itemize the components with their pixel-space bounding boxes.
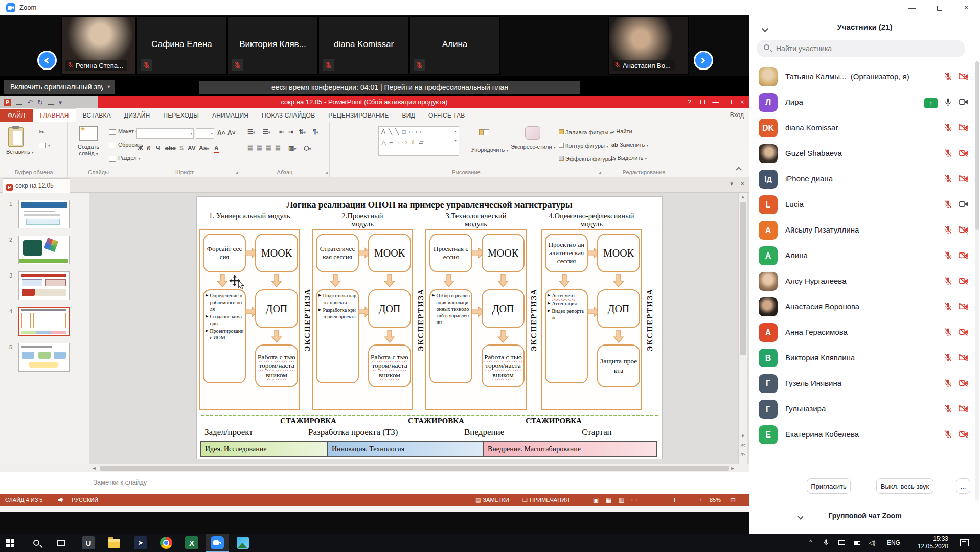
chrome-icon[interactable] <box>154 534 178 552</box>
participant-row[interactable]: DKdiana Komissar <box>749 116 980 141</box>
previous-slide-button[interactable]: ≪ <box>739 441 747 449</box>
taskbar-search-icon[interactable] <box>25 534 48 552</box>
mook-box[interactable]: МООК <box>597 234 640 272</box>
strikethrough-button[interactable]: abc <box>165 145 176 152</box>
muted-mic-icon[interactable] <box>944 123 952 134</box>
dop-box[interactable]: ДОП <box>482 289 525 328</box>
camera-off-icon[interactable] <box>959 225 968 236</box>
numbering-button[interactable]: ☰▾ <box>263 128 270 135</box>
muted-mic-icon[interactable] <box>944 302 952 313</box>
session-box[interactable]: Проектно-аналитическая сессия <box>545 234 588 272</box>
view-sorter-button[interactable]: ▦ <box>606 494 611 506</box>
line-spacing-button[interactable]: ⇅▾ <box>299 128 306 135</box>
group-chat-section[interactable]: Групповой чат Zoom <box>749 503 980 525</box>
participant-row[interactable]: ГГульназира <box>749 397 980 422</box>
muted-mic-icon[interactable] <box>944 430 952 441</box>
increase-indent-button[interactable]: ⇥ <box>288 128 293 135</box>
camera-off-icon[interactable] <box>959 251 968 262</box>
photos-app-icon[interactable] <box>231 534 255 552</box>
font-color-button[interactable]: А <box>214 145 219 153</box>
ppt-minimize-button[interactable]: — <box>709 96 722 108</box>
decrease-indent-button[interactable]: ⇤ <box>279 128 284 135</box>
view-slideshow-button[interactable]: ▭ <box>631 494 637 506</box>
tab-главная[interactable]: ГЛАВНАЯ <box>33 108 76 122</box>
collapse-ribbon-button[interactable] <box>736 167 741 172</box>
camera-off-icon[interactable] <box>959 379 968 389</box>
bullet-list-box[interactable]: ▶Ассесмент▶Аттестация▶Видео репортаж <box>545 289 588 383</box>
ppt-close-button[interactable]: × <box>736 96 749 108</box>
bottom-box[interactable]: Работа с тьютором/наставником <box>368 344 411 387</box>
bullet-list-box[interactable]: ▶Отбор и реализация инновационных технол… <box>429 289 472 383</box>
scroll-down-button[interactable]: ▼ <box>739 432 747 440</box>
doc-tab-list-button[interactable]: ▾ <box>730 180 733 187</box>
font-name-combo[interactable]: ▾ <box>136 128 194 139</box>
muted-mic-icon[interactable] <box>944 225 952 236</box>
document-tab[interactable]: Pсокр на 12.05 <box>3 178 70 193</box>
find-button[interactable]: ⌕ Найти <box>611 128 632 135</box>
language-indicator[interactable]: РУССКИЙ <box>72 494 98 506</box>
video-tile[interactable]: Анастасия Во... <box>608 16 689 75</box>
muted-mic-icon[interactable] <box>944 328 952 338</box>
view-normal-button[interactable]: ▣ <box>593 494 599 506</box>
help-button[interactable]: ? <box>682 96 696 108</box>
clock[interactable]: 15:3312.05.2020 <box>918 534 948 552</box>
sign-in-link[interactable]: Вход <box>730 108 744 122</box>
zoom-in-button[interactable]: + <box>699 494 702 506</box>
meeting-time-banner[interactable]: ееся время конференции: 04:01 | Перейти … <box>199 81 580 94</box>
strip-next-button[interactable] <box>694 51 713 70</box>
comments-toggle[interactable]: ❏ПРИМЕЧАНИЯ <box>522 494 569 506</box>
vscroll-thumb[interactable] <box>740 202 746 355</box>
shrink-font-button[interactable]: A˅ <box>227 129 236 136</box>
slide-canvas[interactable]: Логика реализации ОПОП на примере управл… <box>197 197 662 459</box>
camera-icon[interactable] <box>959 98 968 108</box>
muted-mic-icon[interactable] <box>944 251 952 262</box>
camera-off-icon[interactable] <box>959 302 968 313</box>
camera-off-icon[interactable] <box>959 149 968 159</box>
muted-mic-icon[interactable] <box>944 149 952 159</box>
excel-icon[interactable]: X <box>180 534 203 552</box>
window-close-button[interactable]: × <box>954 0 978 15</box>
change-case-button[interactable]: Аа▾ <box>199 145 209 152</box>
more-button[interactable]: ... <box>956 478 970 494</box>
action-center-icon[interactable] <box>960 534 969 552</box>
muted-mic-icon[interactable] <box>944 200 952 211</box>
horizontal-scrollbar[interactable]: ◄ ► <box>0 464 749 472</box>
select-button[interactable]: ▷ Выделить ▾ <box>611 155 647 162</box>
tray-display-icon[interactable] <box>835 534 848 552</box>
u-app-icon[interactable]: U <box>77 534 100 552</box>
muted-mic-icon[interactable] <box>944 277 952 287</box>
scroll-right-button[interactable]: ► <box>728 465 737 472</box>
slide-thumbnail[interactable] <box>18 200 70 228</box>
slide-thumbnail[interactable] <box>18 271 70 300</box>
session-box[interactable]: Стратегическая сессия <box>316 234 359 272</box>
tab-дизайн[interactable]: ДИЗАЙН <box>118 109 157 123</box>
bullet-list-box[interactable]: ▶Подготовка карты проекта▶Разработка кри… <box>316 289 359 383</box>
italic-button[interactable]: К <box>147 145 150 152</box>
bold-button[interactable]: Ж <box>138 145 143 152</box>
mic-icon[interactable] <box>944 98 952 108</box>
tab-вид[interactable]: ВИД <box>396 109 422 123</box>
mook-box[interactable]: МООК <box>482 234 525 272</box>
video-tile[interactable]: diana Komissar <box>318 16 409 75</box>
participant-row[interactable]: ААйсылу Гизатуллина <box>749 218 980 243</box>
grow-font-button[interactable]: A˄ <box>217 129 225 136</box>
columns-button[interactable]: ▥▾ <box>288 145 296 152</box>
ribbon-options-button[interactable] <box>696 96 709 108</box>
align-left-button[interactable]: ☰ <box>247 145 253 152</box>
camera-off-icon[interactable] <box>959 123 968 134</box>
dop-box[interactable]: ДОП <box>597 289 640 328</box>
bottom-box[interactable]: Работа с тьютором/наставником <box>255 344 298 387</box>
task-view-icon[interactable] <box>49 534 73 552</box>
mook-box[interactable]: МООК <box>368 234 411 272</box>
video-tile[interactable]: Регина Степа... <box>61 16 136 75</box>
shapes-gallery-scroll[interactable]: ▴▾ <box>452 127 459 155</box>
fit-slide-button[interactable]: ⊡ <box>730 494 736 506</box>
participant-row[interactable]: ААнна Герасимова <box>749 320 980 346</box>
invite-button[interactable]: Пригласить <box>807 478 851 494</box>
participant-row[interactable]: Алсу Нургалеева <box>749 269 980 294</box>
camera-off-icon[interactable] <box>959 174 968 185</box>
zoom-percentage[interactable]: 85% <box>710 494 721 506</box>
camera-icon[interactable] <box>959 200 968 211</box>
spellcheck-icon[interactable] <box>57 494 64 506</box>
participants-scrollbar[interactable] <box>975 61 979 501</box>
